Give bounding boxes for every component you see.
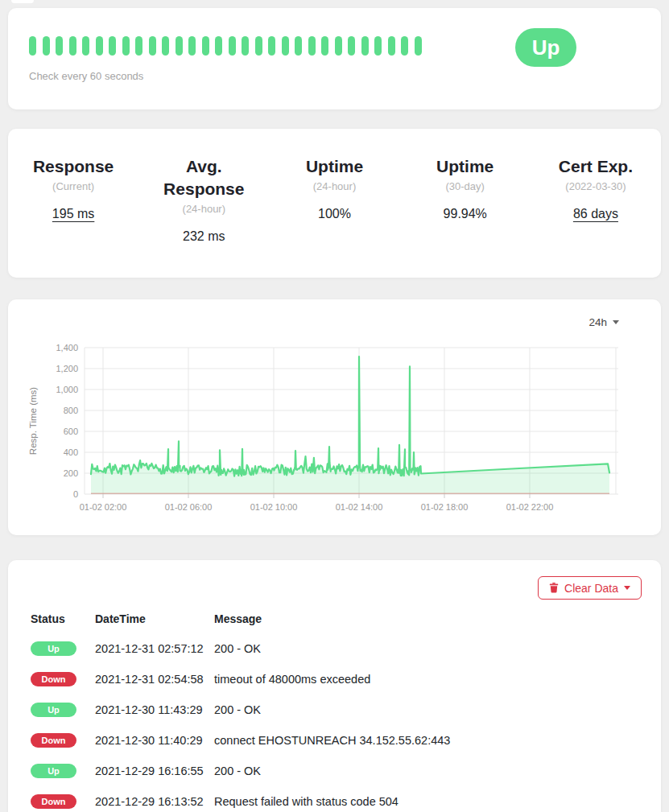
stat-title: Response xyxy=(23,155,124,178)
table-row: Up2021-12-29 16:16:55200 - OK xyxy=(31,756,642,786)
table-row: Up2021-12-30 11:43:29200 - OK xyxy=(31,695,642,725)
stat-title: Avg. Response xyxy=(153,155,254,200)
events-body: Up2021-12-31 02:57:12200 - OKDown2021-12… xyxy=(31,633,642,812)
heartbeat-pill[interactable] xyxy=(135,36,142,56)
status-badge: Down xyxy=(31,672,76,686)
heartbeat-pill[interactable] xyxy=(374,36,382,56)
table-row: Down2021-12-30 11:40:29connect EHOSTUNRE… xyxy=(31,725,642,756)
status-badge: Up xyxy=(31,641,76,656)
heartbeat-pill[interactable] xyxy=(242,36,249,56)
stat-value[interactable]: 195 ms xyxy=(8,207,138,221)
check-interval-text: Check every 60 seconds xyxy=(29,70,640,82)
status-badge: Down xyxy=(31,733,76,748)
chevron-down-icon xyxy=(624,586,630,590)
col-header-status: Status xyxy=(31,609,95,633)
stat-value: 100% xyxy=(269,207,399,221)
heartbeat-pill[interactable] xyxy=(202,36,209,56)
event-message: Request failed with status code 504 xyxy=(214,786,642,812)
heartbeat-pill[interactable] xyxy=(43,36,50,56)
heartbeat-pill[interactable] xyxy=(335,36,342,56)
table-row: Up2021-12-31 02:57:12200 - OK xyxy=(31,633,642,664)
event-status-cell: Down xyxy=(31,664,95,695)
stat-title: Uptime xyxy=(284,155,386,178)
heartbeat-pill[interactable] xyxy=(109,36,116,56)
stat-subtitle: (24-hour) xyxy=(269,180,399,192)
heartbeat-pill[interactable] xyxy=(295,36,302,56)
clear-data-label: Clear Data xyxy=(564,582,618,595)
stats-card: Response(Current)195 msAvg. Response(24-… xyxy=(8,129,661,278)
heartbeat-pill[interactable] xyxy=(229,36,236,56)
svg-text:01-02 02:00: 01-02 02:00 xyxy=(80,502,127,512)
trash-icon xyxy=(549,583,559,593)
heartbeat-pill[interactable] xyxy=(388,36,395,56)
chart-card: 24h 02004006008001,0001,2001,40001-02 02… xyxy=(8,299,661,535)
event-status-cell: Down xyxy=(31,725,95,756)
event-datetime: 2021-12-31 02:57:12 xyxy=(95,633,214,664)
stat-col-3: Uptime(30-day)99.94% xyxy=(400,155,531,244)
status-badge: Down xyxy=(31,794,76,809)
chart-range-value: 24h xyxy=(588,316,607,328)
clear-data-button[interactable]: Clear Data xyxy=(538,576,642,600)
svg-text:01-02 18:00: 01-02 18:00 xyxy=(421,502,469,512)
stat-subtitle: (30-day) xyxy=(400,180,531,192)
stat-col-0: Response(Current)195 ms xyxy=(8,155,138,244)
heartbeat-pill[interactable] xyxy=(29,36,36,56)
heartbeat-pill[interactable] xyxy=(321,36,328,56)
svg-text:0: 0 xyxy=(73,489,78,499)
chevron-down-icon xyxy=(613,320,619,324)
heartbeat-pill[interactable] xyxy=(215,36,222,56)
event-status-cell: Down xyxy=(31,786,95,812)
monitor-status-badge: Up xyxy=(515,28,576,67)
heartbeat-pill[interactable] xyxy=(122,36,130,56)
heartbeat-pill[interactable] xyxy=(69,36,76,56)
events-table: Status DateTime Message Up2021-12-31 02:… xyxy=(31,609,642,812)
status-badge: Up xyxy=(31,703,76,717)
event-datetime: 2021-12-31 02:54:58 xyxy=(95,664,214,695)
event-datetime: 2021-12-29 16:13:52 xyxy=(95,786,214,812)
stat-subtitle: (24-hour) xyxy=(138,203,269,215)
heartbeat-pill[interactable] xyxy=(56,36,63,56)
monitor-status-card: Up Check every 60 seconds xyxy=(8,8,661,109)
response-chart[interactable]: 02004006008001,0001,2001,40001-02 02:000… xyxy=(16,340,652,515)
heartbeat-pill[interactable] xyxy=(308,36,316,56)
stat-subtitle: (2022-03-30) xyxy=(531,180,661,192)
event-message: 200 - OK xyxy=(214,756,642,786)
chart-range-dropdown[interactable]: 24h xyxy=(588,316,619,328)
chart-toolbar: 24h xyxy=(8,312,661,332)
svg-text:800: 800 xyxy=(64,406,78,415)
status-badge: Up xyxy=(31,764,76,778)
col-header-message: Message xyxy=(214,609,642,633)
heartbeat-pill[interactable] xyxy=(401,36,408,56)
heartbeat-pill[interactable] xyxy=(149,36,156,56)
heartbeat-pill[interactable] xyxy=(82,36,89,56)
event-message: 200 - OK xyxy=(214,633,642,664)
heartbeat-pill[interactable] xyxy=(176,36,183,56)
heartbeat-pill[interactable] xyxy=(96,36,103,56)
event-status-cell: Up xyxy=(31,756,95,786)
svg-text:01-02 10:00: 01-02 10:00 xyxy=(250,502,298,512)
events-header-row: Status DateTime Message xyxy=(31,609,642,633)
svg-text:Resp. Time (ms): Resp. Time (ms) xyxy=(28,387,38,455)
heartbeat-pill[interactable] xyxy=(255,36,262,56)
heartbeat-pill[interactable] xyxy=(268,36,275,56)
svg-text:200: 200 xyxy=(64,468,78,478)
stat-col-1: Avg. Response(24-hour)232 ms xyxy=(138,155,269,244)
event-message: 200 - OK xyxy=(214,695,642,725)
heartbeat-pill[interactable] xyxy=(188,36,196,56)
svg-text:01-02 22:00: 01-02 22:00 xyxy=(506,502,554,512)
heartbeat-pill[interactable] xyxy=(282,36,289,56)
table-row: Down2021-12-31 02:54:58timeout of 48000m… xyxy=(31,664,642,695)
event-datetime: 2021-12-30 11:40:29 xyxy=(95,725,214,756)
svg-text:1,200: 1,200 xyxy=(56,364,78,373)
svg-text:400: 400 xyxy=(64,447,78,457)
heartbeat-pill[interactable] xyxy=(162,36,169,56)
events-toolbar: Clear Data xyxy=(31,576,642,600)
heartbeat-pill[interactable] xyxy=(361,36,369,56)
stat-value: 99.94% xyxy=(400,207,531,221)
stat-value: 232 ms xyxy=(138,229,269,244)
stat-col-2: Uptime(24-hour)100% xyxy=(269,155,399,244)
stat-value[interactable]: 86 days xyxy=(531,207,661,221)
heartbeat-pill[interactable] xyxy=(348,36,355,56)
stat-title: Cert Exp. xyxy=(545,155,646,178)
heartbeat-pill[interactable] xyxy=(415,36,422,56)
